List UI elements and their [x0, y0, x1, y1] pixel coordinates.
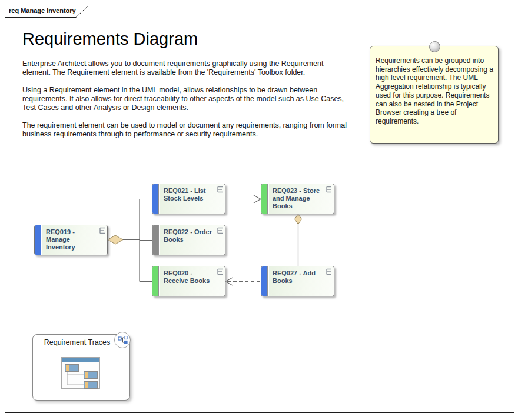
requirement-label: REQ020 - Receive Books [160, 266, 225, 285]
requirement-status-bar [261, 266, 268, 296]
requirement-label: REQ027 - Add Books [269, 266, 334, 285]
composite-diagram-icon[interactable] [114, 332, 131, 348]
requirement-REQ027[interactable]: REQ027 - Add Books [261, 266, 334, 296]
requirement-body: REQ021 - List Stock Levels [160, 184, 225, 214]
requirement-status-bar [261, 184, 268, 214]
requirement-label: REQ019 - Manage Inventory [42, 225, 107, 251]
requirement-body: REQ023 - Store and Manage Books [269, 184, 334, 214]
intro-paragraph-1: Enterprise Architect allows you to docum… [22, 59, 350, 77]
requirement-label: REQ023 - Store and Manage Books [269, 184, 334, 210]
requirement-traces-label: Requirement Traces [33, 338, 121, 346]
page-title: Requirements Diagram [22, 29, 198, 49]
intro-text-block: Enterprise Architect allows you to docum… [22, 59, 350, 148]
requirement-traces-element[interactable]: Requirement Traces [32, 334, 130, 401]
requirement-label: REQ022 - Order Books [160, 225, 225, 244]
requirement-status-bar [152, 266, 159, 296]
element-indicator-icon [217, 268, 223, 275]
element-indicator-icon [217, 186, 223, 193]
requirement-REQ021[interactable]: REQ021 - List Stock Levels [152, 184, 225, 214]
note-text: Requirements can be grouped into hierarc… [376, 56, 493, 126]
intro-paragraph-3: The requirement element can be used to m… [22, 121, 350, 139]
diagram-page: req Manage Inventory Requirements Diagra… [0, 0, 518, 420]
intro-paragraph-2: Using a Requirement element in the UML m… [22, 86, 350, 112]
note-element[interactable]: Requirements can be grouped into hierarc… [370, 46, 499, 144]
requirement-label: REQ021 - List Stock Levels [160, 184, 225, 202]
note-pin-icon [429, 41, 440, 52]
diagram-tab-label: req Manage Inventory [9, 7, 76, 14]
requirement-body: REQ027 - Add Books [269, 266, 334, 296]
element-indicator-icon [326, 186, 332, 193]
element-indicator-icon [326, 268, 332, 275]
requirement-status-bar [152, 225, 159, 255]
requirement-REQ020[interactable]: REQ020 - Receive Books [152, 266, 225, 296]
diagram-thumbnail[interactable] [61, 357, 101, 390]
requirement-REQ023[interactable]: REQ023 - Store and Manage Books [261, 184, 334, 214]
requirement-body: REQ019 - Manage Inventory [42, 225, 107, 255]
element-indicator-icon [99, 227, 105, 234]
requirement-body: REQ020 - Receive Books [160, 266, 225, 296]
element-indicator-icon [217, 227, 223, 234]
requirement-REQ019[interactable]: REQ019 - Manage Inventory [34, 225, 108, 255]
requirement-REQ022[interactable]: REQ022 - Order Books [152, 225, 225, 255]
requirement-body: REQ022 - Order Books [160, 225, 225, 255]
requirement-status-bar [152, 184, 159, 214]
requirement-status-bar [35, 225, 41, 255]
